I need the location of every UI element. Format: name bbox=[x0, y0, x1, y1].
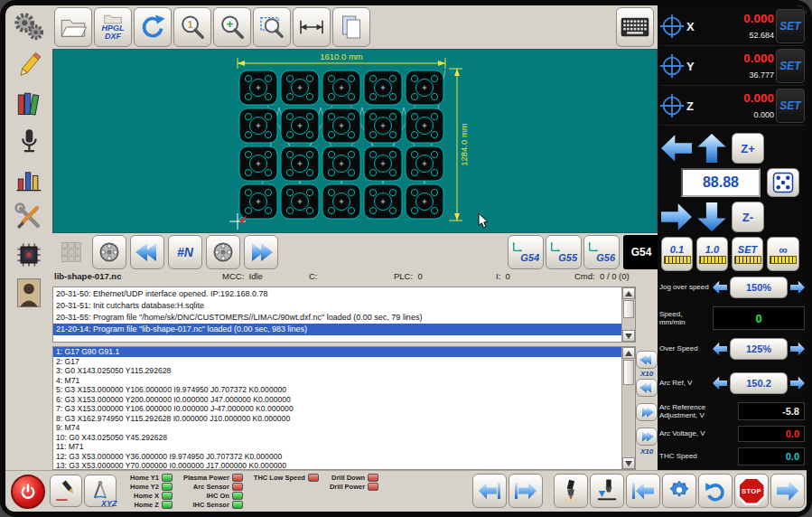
scroll-down-button[interactable] bbox=[622, 457, 635, 469]
log-line[interactable]: 20-31-51: Init cutcharts database:H.sqli… bbox=[53, 300, 621, 312]
statistics-button[interactable] bbox=[9, 161, 49, 197]
handwheel-mode-button[interactable] bbox=[767, 168, 799, 197]
axis-x-crosshair-button[interactable] bbox=[659, 14, 685, 39]
nest-part[interactable] bbox=[281, 70, 319, 105]
override-up-x10-button[interactable] bbox=[636, 428, 658, 446]
wcs-g54-button[interactable]: G54 bbox=[508, 235, 544, 269]
torch-touch-off-button[interactable] bbox=[590, 474, 624, 508]
gcode-line[interactable]: 11: M71 bbox=[53, 442, 621, 452]
undo-button[interactable] bbox=[698, 474, 733, 508]
step-0-1-button[interactable]: 0.1 bbox=[661, 237, 693, 271]
scrollbar-thumb[interactable] bbox=[623, 300, 634, 318]
jog-z-minus-button[interactable]: Z- bbox=[732, 202, 764, 232]
scroll-down-button[interactable] bbox=[622, 330, 635, 342]
message-log[interactable]: 20-31-50: Ethernet/UDP interface opened.… bbox=[52, 287, 636, 343]
run-backward-button[interactable] bbox=[472, 474, 507, 508]
gcode-line[interactable]: 4: M71 bbox=[53, 376, 621, 386]
zoom-in-button[interactable]: + bbox=[213, 7, 251, 47]
scrollbar-thumb[interactable] bbox=[623, 360, 634, 385]
set-z-button[interactable]: SET bbox=[776, 89, 805, 123]
nest-part[interactable] bbox=[406, 184, 443, 219]
pages-button[interactable] bbox=[332, 7, 370, 47]
scroll-up-button[interactable] bbox=[622, 287, 635, 299]
jog-x-minus-button[interactable] bbox=[661, 134, 692, 163]
nest-part[interactable] bbox=[364, 70, 402, 105]
gcode-line[interactable]: 13: G3 X53.000000 Y70.000000 I0.000000 J… bbox=[53, 461, 621, 470]
gcode-line[interactable]: 6: G3 X153.000000 Y200.000000 I0.000000 … bbox=[53, 395, 621, 405]
handwheel-next-button[interactable] bbox=[206, 235, 240, 269]
program-forward-button[interactable] bbox=[244, 235, 278, 269]
gcode-line[interactable]: 12: G3 X53.000000 Y36.000000 I9.974950 J… bbox=[53, 452, 621, 462]
nest-preview-canvas[interactable]: 1610.0 mm 1284.0 mm bbox=[52, 49, 658, 233]
microphone-button[interactable] bbox=[9, 123, 49, 159]
nest-part[interactable] bbox=[281, 184, 319, 219]
jog-over-speed-decrease-button[interactable] bbox=[713, 280, 727, 295]
nest-part[interactable] bbox=[406, 70, 443, 105]
power-button[interactable] bbox=[11, 475, 45, 509]
axis-z-crosshair-button[interactable] bbox=[659, 93, 685, 118]
gcode-line[interactable]: 1: G17 G90 G91.1 bbox=[53, 347, 621, 357]
import-hpgl-dxf-button[interactable]: HPGL DXF bbox=[94, 7, 132, 47]
measure-button[interactable] bbox=[293, 7, 331, 47]
goto-program-start-button[interactable] bbox=[626, 474, 660, 508]
gcode-line[interactable]: 2: G17 bbox=[53, 357, 621, 367]
start-button[interactable] bbox=[770, 474, 805, 508]
over-speed-decrease-button[interactable] bbox=[713, 342, 727, 356]
marker-tool-button[interactable] bbox=[50, 475, 82, 507]
over-speed-value[interactable]: 125% bbox=[730, 338, 788, 360]
nest-part[interactable] bbox=[364, 108, 402, 143]
nest-part[interactable] bbox=[364, 146, 402, 181]
jog-z-plus-button[interactable]: Z+ bbox=[732, 133, 764, 164]
override-down-button[interactable] bbox=[636, 379, 658, 397]
jog-over-speed-value[interactable]: 150% bbox=[730, 277, 788, 298]
nest-part[interactable] bbox=[239, 146, 277, 181]
nest-part[interactable] bbox=[239, 70, 277, 105]
gcode-line[interactable]: 10: G0 X43.025050 Y45.292628 bbox=[53, 433, 621, 443]
nest-part[interactable] bbox=[322, 70, 360, 105]
over-speed-increase-button[interactable] bbox=[790, 342, 805, 356]
set-y-button[interactable]: SET bbox=[776, 49, 805, 83]
nest-part[interactable] bbox=[281, 108, 319, 143]
hardware-button[interactable] bbox=[9, 237, 49, 273]
nest-part[interactable] bbox=[406, 108, 443, 143]
nest-part[interactable] bbox=[406, 146, 443, 181]
gcode-line[interactable]: 8: G3 X162.974950 Y115.292628 I0.000000 … bbox=[53, 414, 621, 424]
step-1-0-button[interactable]: 1.0 bbox=[696, 237, 728, 271]
virtual-keyboard-button[interactable] bbox=[616, 7, 654, 47]
run-forward-button[interactable] bbox=[509, 474, 543, 508]
gcode-line[interactable]: 5: G3 X153.000000 Y106.000000 I9.974950 … bbox=[53, 385, 621, 395]
grid-view-button[interactable] bbox=[54, 235, 89, 269]
zoom-fit-button[interactable] bbox=[253, 7, 291, 47]
wcs-g55-button[interactable]: G55 bbox=[546, 235, 582, 269]
open-file-button[interactable] bbox=[54, 7, 92, 47]
arc-ref-decrease-button[interactable] bbox=[713, 376, 727, 390]
nest-part[interactable] bbox=[322, 146, 360, 181]
gcode-scrollbar[interactable] bbox=[621, 347, 635, 469]
nest-part[interactable] bbox=[364, 184, 402, 219]
nest-part[interactable] bbox=[322, 184, 360, 219]
refresh-button[interactable] bbox=[134, 7, 172, 47]
nest-part[interactable] bbox=[322, 108, 360, 143]
cam-mode-button[interactable] bbox=[662, 474, 696, 508]
nest-part[interactable] bbox=[239, 108, 277, 143]
jog-y-minus-button[interactable] bbox=[696, 202, 727, 231]
program-rewind-button[interactable] bbox=[130, 235, 164, 269]
stop-button[interactable]: STOP bbox=[734, 474, 769, 508]
log-line[interactable]: 20-31-55: Program file "/home/sk/DNC/CUS… bbox=[53, 312, 621, 324]
gcode-line[interactable]: 9: M74 bbox=[53, 423, 621, 433]
scroll-up-button[interactable] bbox=[622, 347, 635, 359]
wcs-g56-button[interactable]: G56 bbox=[583, 235, 620, 269]
gcode-line[interactable]: 3: G0 X143.025050 Y115.292628 bbox=[53, 366, 621, 376]
library-button[interactable] bbox=[9, 85, 49, 121]
nest-part[interactable] bbox=[239, 184, 277, 219]
jog-y-plus-button[interactable] bbox=[696, 134, 727, 163]
log-scrollbar[interactable] bbox=[621, 287, 635, 342]
gcode-line[interactable]: 7: G3 X153.000000 Y106.000000 I0.000000 … bbox=[53, 404, 621, 414]
handwheel-prev-button[interactable] bbox=[92, 235, 126, 269]
zoom-window-button[interactable]: 1 bbox=[173, 7, 211, 47]
edit-program-button[interactable] bbox=[9, 47, 49, 83]
settings-button[interactable] bbox=[9, 9, 49, 45]
override-up-button[interactable] bbox=[636, 403, 658, 421]
tools-button[interactable] bbox=[9, 199, 49, 235]
set-x-button[interactable]: SET bbox=[776, 9, 805, 43]
